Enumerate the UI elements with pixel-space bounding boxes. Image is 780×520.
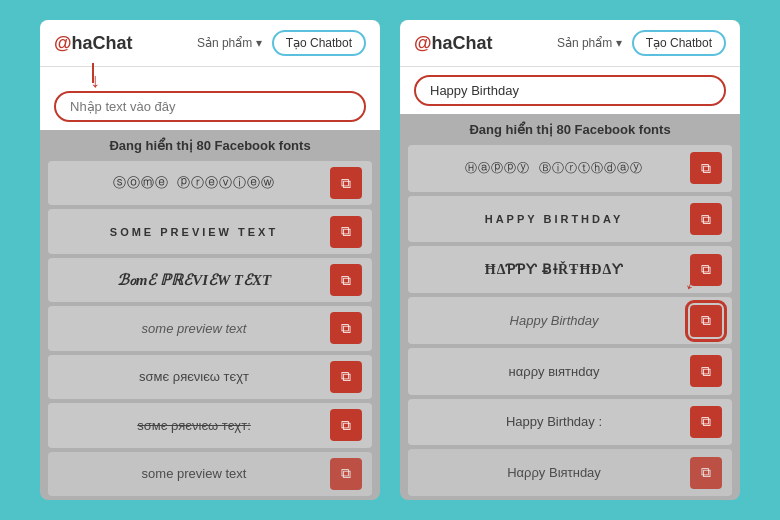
font-row-4-right: Happy Birthday ⧉ ↓ xyxy=(408,297,732,344)
arrow-indicator-left: ↓ xyxy=(90,69,100,92)
copy-btn-6-left[interactable]: ⧉ xyxy=(330,409,362,441)
copy-icon-7-left: ⧉ xyxy=(341,465,351,482)
search-container-left: ↓ xyxy=(40,67,380,130)
font-text-6-right: Happy Birthday : xyxy=(418,414,690,429)
copy-icon-5-left: ⧉ xyxy=(341,368,351,385)
logo-at-right: @ xyxy=(414,33,432,54)
font-row-1-right: Ⓗⓐⓟⓟⓨ Ⓑⓘⓡⓣⓗⓓⓐⓨ ⧉ xyxy=(408,145,732,192)
font-row-6-left: ѕσмє ρяєνιєω тєχт: ⧉ xyxy=(48,403,372,447)
copy-btn-5-right[interactable]: ⧉ xyxy=(690,355,722,387)
font-text-1-right: Ⓗⓐⓟⓟⓨ Ⓑⓘⓡⓣⓗⓓⓐⓨ xyxy=(418,160,690,177)
copy-btn-2-right[interactable]: ⧉ xyxy=(690,203,722,235)
subtitle-left: Đang hiển thị 80 Facebook fonts xyxy=(40,130,380,157)
font-row-3-left: ℬℴmℰ ℙℝℰVIℰW TℰXT ⧉ xyxy=(48,258,372,302)
copy-icon-6-left: ⧉ xyxy=(341,417,351,434)
product-nav-left[interactable]: Sản phẩm ▾ xyxy=(197,36,262,50)
logo-name-right: haChat xyxy=(432,33,493,54)
logo-at: @ xyxy=(54,33,72,54)
font-list-left: ⓢⓞⓜⓔ ⓟⓡⓔⓥⓘⓔⓦ ⧉ SOME PREVIEW TEXT ⧉ ℬℴmℰ … xyxy=(40,157,380,500)
search-input-right[interactable] xyxy=(414,75,726,106)
create-chatbot-btn-left[interactable]: Tạo Chatbot xyxy=(272,30,366,56)
copy-icon-7-right: ⧉ xyxy=(701,464,711,481)
copy-btn-4-right[interactable]: ⧉ xyxy=(690,305,722,337)
search-container-right xyxy=(400,67,740,114)
product-nav-right[interactable]: Sản phẩm ▾ xyxy=(557,36,622,50)
font-text-5-left: ѕσмє ρяєνιєω тєχт xyxy=(58,369,330,384)
font-text-7-left: some preview text xyxy=(58,466,330,481)
font-row-7-right: Hαρρy Вιяτнday ⧉ xyxy=(408,449,732,496)
copy-icon-5-right: ⧉ xyxy=(701,363,711,380)
font-text-3-left: ℬℴmℰ ℙℝℰVIℰW TℰXT xyxy=(58,271,330,289)
subtitle-right: Đang hiển thị 80 Facebook fonts xyxy=(400,114,740,141)
copy-icon-3-right: ⧉ xyxy=(701,261,711,278)
copy-icon-6-right: ⧉ xyxy=(701,413,711,430)
copy-icon-1-right: ⧉ xyxy=(701,160,711,177)
copy-icon-4-right: ⧉ xyxy=(701,312,711,329)
font-row-1-left: ⓢⓞⓜⓔ ⓟⓡⓔⓥⓘⓔⓦ ⧉ xyxy=(48,161,372,205)
font-row-6-right: Happy Birthday : ⧉ xyxy=(408,399,732,446)
font-text-4-left: some preview text xyxy=(58,321,330,336)
font-text-1-left: ⓢⓞⓜⓔ ⓟⓡⓔⓥⓘⓔⓦ xyxy=(58,174,330,192)
font-text-2-right: HAPPY BIRTHDAY xyxy=(418,213,690,225)
logo-left: @haChat xyxy=(54,33,133,54)
left-panel: @haChat Sản phẩm ▾ Tạo Chatbot ↓ Đang hi… xyxy=(40,20,380,500)
create-chatbot-btn-right[interactable]: Tạo Chatbot xyxy=(632,30,726,56)
left-header: @haChat Sản phẩm ▾ Tạo Chatbot xyxy=(40,20,380,67)
logo-right: @haChat xyxy=(414,33,493,54)
copy-btn-5-left[interactable]: ⧉ xyxy=(330,361,362,393)
font-text-3-right: ĦΔƤƤƳ ɃƗŘŦĦĐΔƳ xyxy=(418,261,690,278)
copy-btn-7-left[interactable]: ⧉ xyxy=(330,458,362,490)
right-panel: @haChat Sản phẩm ▾ Tạo Chatbot Đang hiển… xyxy=(400,20,740,500)
font-list-right: Ⓗⓐⓟⓟⓨ Ⓑⓘⓡⓣⓗⓓⓐⓨ ⧉ HAPPY BIRTHDAY ⧉ ĦΔƤƤƳ … xyxy=(400,141,740,500)
copy-btn-4-left[interactable]: ⧉ xyxy=(330,312,362,344)
copy-btn-6-right[interactable]: ⧉ xyxy=(690,406,722,438)
font-row-7-left: some preview text ⧉ xyxy=(48,452,372,496)
font-text-7-right: Hαρρy Вιяτнday xyxy=(418,465,690,480)
copy-btn-7-right[interactable]: ⧉ xyxy=(690,457,722,489)
font-text-6-left: ѕσмє ρяєνιєω тєχт: xyxy=(58,418,330,433)
font-row-5-left: ѕσмє ρяєνιєω тєχт ⧉ xyxy=(48,355,372,399)
copy-btn-1-right[interactable]: ⧉ xyxy=(690,152,722,184)
right-header: @haChat Sản phẩm ▾ Tạo Chatbot xyxy=(400,20,740,67)
font-text-2-left: SOME PREVIEW TEXT xyxy=(58,226,330,238)
copy-icon-2-right: ⧉ xyxy=(701,211,711,228)
font-row-2-left: SOME PREVIEW TEXT ⧉ xyxy=(48,209,372,253)
font-text-4-right: Happy Birthday xyxy=(418,313,690,328)
logo-name: haChat xyxy=(72,33,133,54)
copy-btn-2-left[interactable]: ⧉ xyxy=(330,216,362,248)
copy-btn-3-left[interactable]: ⧉ xyxy=(330,264,362,296)
copy-btn-1-left[interactable]: ⧉ xyxy=(330,167,362,199)
search-input-left[interactable] xyxy=(54,91,366,122)
copy-icon-4-left: ⧉ xyxy=(341,320,351,337)
font-row-5-right: нαρρу вιятнdαу ⧉ xyxy=(408,348,732,395)
copy-icon-3-left: ⧉ xyxy=(341,272,351,289)
font-row-2-right: HAPPY BIRTHDAY ⧉ xyxy=(408,196,732,243)
font-row-4-left: some preview text ⧉ xyxy=(48,306,372,350)
font-text-5-right: нαρρу вιятнdαу xyxy=(418,364,690,379)
copy-icon-2-left: ⧉ xyxy=(341,223,351,240)
copy-icon-1-left: ⧉ xyxy=(341,175,351,192)
